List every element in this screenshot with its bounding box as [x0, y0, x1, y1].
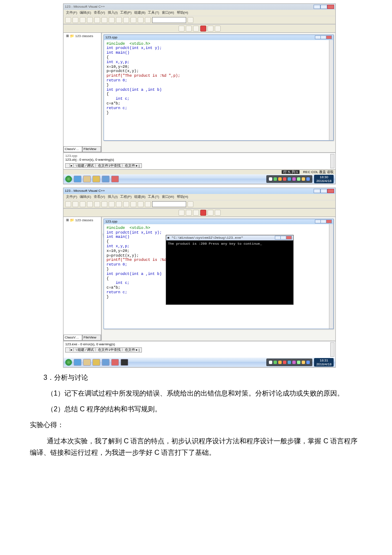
- task-word-icon[interactable]: [102, 176, 110, 182]
- menu-file[interactable]: 文件(F): [66, 195, 77, 199]
- tool-find2-icon[interactable]: [187, 17, 193, 23]
- tool-cut-icon[interactable]: [94, 17, 100, 23]
- task-ie-icon[interactable]: [74, 359, 81, 366]
- tool-cut-icon[interactable]: [94, 201, 100, 207]
- tool-save-icon[interactable]: [80, 17, 86, 23]
- tray-icon[interactable]: [297, 177, 300, 181]
- tab-classview[interactable]: ClassV…: [63, 335, 82, 341]
- menu-edit[interactable]: 编辑(E): [80, 195, 91, 199]
- menu-file[interactable]: 文件(F): [66, 11, 77, 15]
- tray-icon[interactable]: [288, 177, 291, 181]
- tool-new-icon[interactable]: [65, 201, 71, 207]
- tray-icon[interactable]: [306, 361, 310, 364]
- task-console-icon[interactable]: [121, 359, 128, 366]
- tool-saveall-icon[interactable]: [87, 17, 93, 23]
- build-go-icon[interactable]: [208, 210, 213, 216]
- workspace-tree[interactable]: ⊞ 📁 123 classes: [64, 34, 100, 38]
- build-go-icon[interactable]: [208, 26, 213, 32]
- tool-open-icon[interactable]: [72, 17, 78, 23]
- tool-bookmark-icon[interactable]: [138, 17, 144, 23]
- tool-find-icon[interactable]: [130, 17, 136, 23]
- editor-close-icon[interactable]: [326, 220, 332, 223]
- menu-build[interactable]: 组建(B): [134, 11, 146, 15]
- tray-icon[interactable]: [278, 177, 282, 181]
- tray-icon[interactable]: [269, 361, 272, 364]
- tray-icon[interactable]: [274, 177, 277, 181]
- tool-ws-icon[interactable]: [145, 201, 151, 207]
- tool-undo-icon[interactable]: [116, 17, 122, 23]
- tool-copy-icon[interactable]: [101, 201, 107, 207]
- tray-icon[interactable]: [302, 177, 305, 181]
- task-folder-icon[interactable]: [92, 176, 100, 182]
- tray-icon[interactable]: [283, 177, 286, 181]
- task-vc-icon[interactable]: [111, 176, 119, 182]
- tool-find-icon[interactable]: [130, 201, 136, 207]
- tray-icon[interactable]: [288, 361, 291, 364]
- tool-new-icon[interactable]: [65, 17, 71, 23]
- build-stop-icon[interactable]: [193, 26, 199, 32]
- tool-save-icon[interactable]: [80, 201, 86, 207]
- menu-view[interactable]: 查看(V): [94, 195, 105, 199]
- tool-bookmark-icon[interactable]: [138, 201, 144, 207]
- editor-scrollbar[interactable]: [329, 224, 333, 329]
- output-scrollbar[interactable]: [330, 342, 334, 357]
- tray-icon[interactable]: [283, 361, 286, 364]
- tool-ws-icon[interactable]: [145, 17, 151, 23]
- task-explorer-icon[interactable]: [83, 176, 91, 182]
- editor-max-icon[interactable]: [320, 35, 326, 39]
- tab-classview[interactable]: ClassV…: [63, 146, 82, 152]
- taskbar-clock[interactable]: 18:30 2016/4/18: [314, 175, 334, 183]
- tab-fileview[interactable]: FileView: [82, 335, 101, 341]
- tool-copy-icon[interactable]: [101, 17, 107, 23]
- output-scrollbar[interactable]: [330, 154, 334, 168]
- close-icon[interactable]: [327, 189, 334, 193]
- build-compile-icon[interactable]: [179, 26, 184, 32]
- editor-scrollbar[interactable]: [329, 40, 333, 140]
- tool-undo-icon[interactable]: [116, 201, 122, 207]
- task-explorer-icon[interactable]: [83, 359, 91, 366]
- tray-icon[interactable]: [297, 361, 300, 364]
- taskbar-clock[interactable]: 18:31 2016/4/18: [314, 358, 334, 367]
- tray-icon[interactable]: [302, 361, 305, 364]
- tray-icon[interactable]: [292, 177, 296, 181]
- menu-project[interactable]: 工程(P): [120, 195, 132, 199]
- tool-combo[interactable]: [152, 201, 186, 207]
- menu-tools[interactable]: 工具(T): [148, 11, 159, 15]
- console-max-icon[interactable]: [280, 236, 286, 240]
- tool-paste-icon[interactable]: [109, 17, 115, 23]
- output-tabs-label[interactable]: 〔▸〕\ 组建 ∕ 调试 〉在文件1中查找 〉在文件 ▸ |: [65, 347, 142, 353]
- build-build-icon[interactable]: [186, 26, 192, 32]
- minimize-icon[interactable]: [314, 189, 320, 193]
- build-break-icon[interactable]: [215, 26, 221, 32]
- tool-open-icon[interactable]: [72, 201, 78, 207]
- tool-redo-icon[interactable]: [123, 201, 129, 207]
- tray-icon[interactable]: [274, 361, 277, 364]
- console-min-icon[interactable]: [275, 236, 281, 240]
- editor-max-icon[interactable]: [320, 220, 326, 223]
- menu-insert[interactable]: 插入(I): [108, 195, 118, 199]
- workspace-tree[interactable]: ⊞ 📁 123 classes: [64, 218, 100, 223]
- tool-find2-icon[interactable]: [187, 201, 193, 207]
- build-run-icon[interactable]: [200, 210, 206, 216]
- build-run-icon[interactable]: [200, 26, 206, 32]
- minimize-icon[interactable]: [314, 5, 320, 9]
- tool-redo-icon[interactable]: [123, 17, 129, 23]
- menu-build[interactable]: 组建(B): [134, 195, 146, 199]
- editor-min-icon[interactable]: [315, 220, 321, 223]
- menu-edit[interactable]: 编辑(E): [80, 11, 91, 15]
- tray-icon[interactable]: [278, 361, 282, 364]
- console-close-icon[interactable]: [286, 236, 292, 240]
- task-folder-icon[interactable]: [92, 359, 100, 366]
- menu-help[interactable]: 帮助(H): [177, 195, 188, 199]
- tray-icon[interactable]: [292, 361, 296, 364]
- menu-insert[interactable]: 插入(I): [108, 11, 118, 15]
- maximize-icon[interactable]: [320, 5, 327, 9]
- menu-window[interactable]: 窗口(W): [162, 11, 174, 15]
- build-compile-icon[interactable]: [179, 210, 184, 216]
- tab-fileview[interactable]: FileView: [82, 146, 101, 152]
- task-word-icon[interactable]: [102, 359, 110, 366]
- maximize-icon[interactable]: [320, 189, 327, 193]
- build-break-icon[interactable]: [215, 210, 221, 216]
- menu-window[interactable]: 窗口(W): [162, 195, 174, 199]
- tool-saveall-icon[interactable]: [87, 201, 93, 207]
